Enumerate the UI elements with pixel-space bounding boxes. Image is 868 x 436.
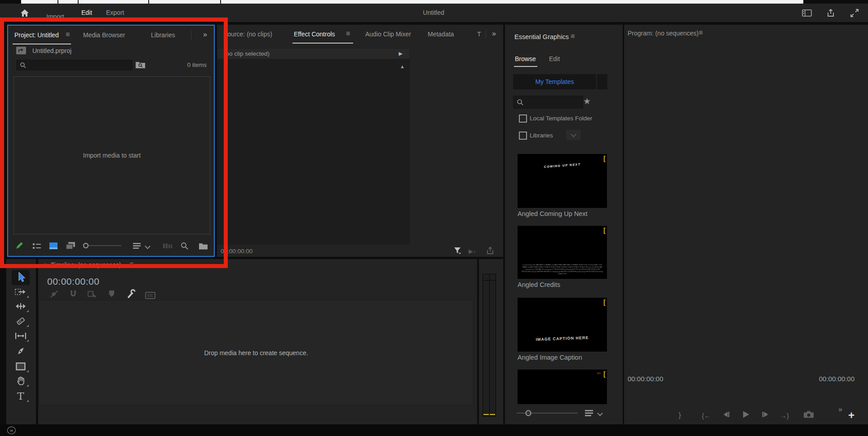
export-frame-button[interactable] [803,411,814,420]
project-filename[interactable]: Untitled.prproj [32,47,71,54]
fullscreen-icon[interactable] [850,9,859,19]
search-bins-button[interactable] [135,60,146,70]
premiere-pro-window: Import Edit Export Untitled Project: Unt… [0,0,868,436]
essential-graphics-title[interactable]: Essential Graphics [514,33,569,40]
play-around-button[interactable]: ▶♪ [469,247,476,255]
add-button[interactable]: + [848,409,855,422]
icon-view-button[interactable] [49,242,58,251]
local-templates-checkbox[interactable] [519,115,527,123]
timeline-settings-wrench-icon[interactable] [126,289,136,300]
list-view-button[interactable] [32,242,41,251]
clip-header-bar[interactable]: (no clip selected) ▶ [217,48,410,59]
template-name[interactable]: Angled Image Caption [518,354,582,361]
libraries-checkbox[interactable] [519,132,527,140]
close-tab-icon[interactable]: × [44,261,47,268]
tab-import[interactable]: Import [46,13,64,20]
home-icon[interactable] [20,13,30,22]
play-button[interactable] [742,410,750,420]
template-name[interactable]: Angled Coming Up Next [518,210,588,217]
tab-source[interactable]: Source: (no clips) [223,31,272,38]
tab-effect-controls[interactable]: Effect Controls [294,31,335,38]
sequence-drop-area[interactable]: Drop media here to create sequence. [39,300,474,405]
templates-search-input[interactable] [513,96,583,109]
tab-export[interactable]: Export [106,9,124,16]
go-to-in-button[interactable]: {← [702,412,711,419]
template-thumbnail[interactable]: [ COMING UP NEXT [518,154,607,208]
tab-edit[interactable]: Edit [81,9,92,16]
filter-properties-button[interactable] [453,247,461,256]
freeform-view-button[interactable] [66,242,75,251]
template-thumbnail[interactable]: [ in association with PARTNER COMPANY an… [518,226,607,279]
panel-menu-icon[interactable]: ≡ [129,260,133,269]
panel-menu-icon[interactable]: ≡ [346,30,350,38]
export-frame-button[interactable] [486,247,494,256]
sort-chevron-icon[interactable] [597,410,603,416]
templates-source-dropdown[interactable]: My Templates [513,74,596,89]
effect-controls-timecode[interactable]: 00:00:00:00 [221,248,252,255]
timeline-timecode[interactable]: 00:00:00:00 [47,276,99,287]
timeline-panel-title[interactable]: Timeline: (no sequences) [51,261,121,269]
freeform-view-icon [66,242,75,250]
slip-tool[interactable] [11,329,31,343]
panel-menu-icon[interactable]: ≡ [66,31,70,39]
program-panel-title[interactable]: Program: (no sequences) [628,30,699,37]
panel-overflow-icon[interactable]: » [203,31,206,39]
quick-export-icon[interactable] [826,9,835,19]
snap-magnet-icon[interactable] [69,290,77,299]
eg-zoom-slider[interactable] [517,410,580,416]
captions-button[interactable]: CC [145,291,155,299]
rectangle-tool[interactable] [11,360,31,373]
nest-toggle-icon[interactable] [50,290,59,300]
empty-project-message: Import media to start [83,152,141,159]
status-bottom-bar: ∞ [0,424,868,436]
transport-overflow-icon[interactable]: » [838,405,841,414]
scroll-up-icon[interactable]: ▲ [400,64,405,69]
sort-button[interactable] [133,242,142,251]
template-name[interactable]: Angled Credits [518,281,560,288]
linked-selection-icon[interactable] [88,290,97,300]
mark-out-button[interactable]: } [678,411,681,420]
templates-dropdown-arrow-area[interactable] [597,74,607,89]
hand-tool[interactable] [11,374,31,388]
ripple-edit-tool[interactable] [11,299,31,313]
program-timecode-position[interactable]: 00:00:00:00 [628,375,663,383]
eg-sort-button[interactable] [585,410,594,418]
pen-tool[interactable] [11,344,31,358]
tab-browse[interactable]: Browse [515,55,536,62]
template-thumbnail[interactable]: [ IMAGE CAPTION HERE [518,298,607,352]
project-search-input[interactable] [16,60,133,70]
creative-cloud-icon[interactable]: ∞ [7,427,16,434]
step-back-button[interactable] [723,411,731,420]
add-marker-icon[interactable] [108,290,115,299]
tab-eg-edit[interactable]: Edit [549,55,560,62]
panel-menu-icon[interactable]: ≡ [699,29,703,37]
selection-tool[interactable] [11,271,31,284]
new-bin-button[interactable] [199,242,208,251]
go-to-out-button[interactable]: →} [780,412,789,419]
track-select-tool[interactable] [11,285,31,299]
favorites-star-icon[interactable]: ★ [583,96,591,106]
expand-triangle-icon[interactable]: ▶ [399,51,403,57]
find-button[interactable] [181,242,188,251]
project-content-area[interactable]: Import media to start [13,76,210,234]
tab-text-truncated[interactable]: T [477,31,481,38]
sort-chevron-icon[interactable] [145,243,151,249]
workspaces-icon[interactable] [802,9,812,18]
template-thumbnail[interactable]: [ LI [518,370,607,404]
panel-menu-icon[interactable]: ≡ [571,32,575,40]
libraries-select[interactable] [566,130,580,140]
template-bracket-icon: [ [603,298,606,306]
step-forward-button[interactable] [762,411,769,420]
tab-libraries[interactable]: Libraries [151,31,175,39]
type-tool[interactable]: T [11,389,31,403]
tab-metadata[interactable]: Metadata [428,31,454,38]
automate-to-sequence-icon[interactable] [163,242,173,251]
panel-overflow-icon[interactable]: » [492,30,495,38]
tab-project[interactable]: Project: Untitled [14,31,59,39]
navigate-up-icon[interactable] [16,47,26,56]
thumbnail-zoom-slider[interactable] [83,242,123,249]
writable-project-icon[interactable] [14,242,23,252]
tab-media-browser[interactable]: Media Browser [83,31,125,39]
razor-tool[interactable] [11,314,31,328]
tab-audio-clip-mixer[interactable]: Audio Clip Mixer [365,31,411,38]
